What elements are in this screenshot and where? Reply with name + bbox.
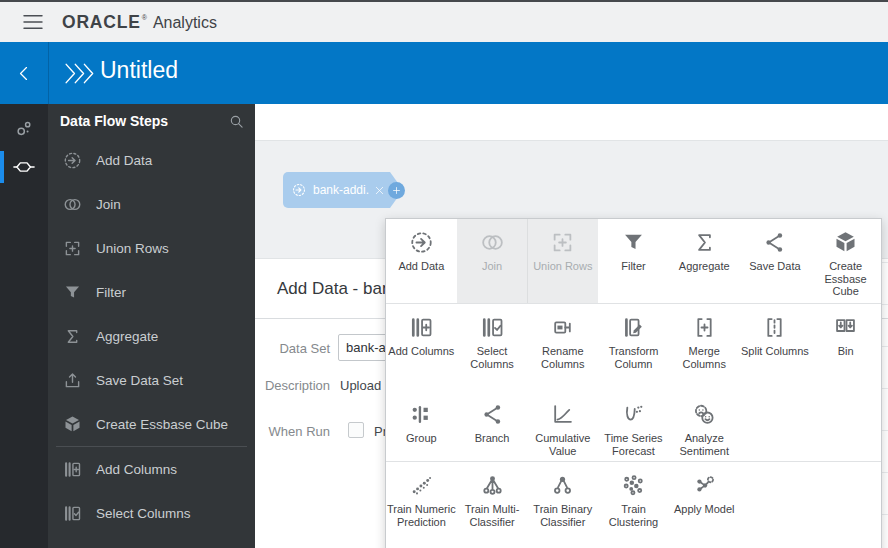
step-menu-item-label: Analyze Sentiment: [669, 432, 740, 457]
union-rows-icon: [549, 229, 576, 256]
node-cluster-icon: [13, 118, 35, 140]
aggregate-icon: [691, 229, 718, 256]
sidebar-item-rename-columns[interactable]: Rename Columns: [48, 535, 255, 548]
add-data-icon: [291, 182, 307, 198]
essbase-cube-icon: [832, 229, 859, 256]
hamburger-menu-icon[interactable]: [22, 13, 44, 31]
step-menu-row-3: GroupBranchCumulative ValueTime Series F…: [386, 391, 881, 461]
flow-node-bank-addi[interactable]: bank-addi.: [283, 172, 403, 208]
train-clustering-icon: [620, 472, 647, 499]
oracle-analytics-logo: ORACLE ® Analytics: [62, 12, 217, 33]
union-rows-icon: [62, 238, 83, 259]
step-menu-item-split-columns[interactable]: Split Columns: [740, 304, 811, 391]
titlebar-divider: [48, 42, 49, 104]
train-numeric-icon: [408, 472, 435, 499]
step-menu-item-label: Add Data: [397, 260, 445, 273]
step-menu-item-label: Transform Column: [598, 345, 669, 370]
select-columns-icon: [62, 503, 83, 524]
brand-text: ORACLE: [62, 12, 141, 33]
step-menu-item-bin[interactable]: Bin: [810, 304, 881, 391]
sidebar-item-join[interactable]: Join: [48, 182, 255, 226]
step-menu-item-label: Cumulative Value: [527, 432, 598, 457]
step-menu-item-label: Add Columns: [387, 345, 455, 358]
train-multi-icon: [479, 472, 506, 499]
sidebar-item-union-rows[interactable]: Union Rows: [48, 226, 255, 270]
step-menu-item-filter[interactable]: Filter: [598, 219, 669, 303]
sidebar-item-aggregate[interactable]: Aggregate: [48, 314, 255, 358]
document-titlebar: Untitled: [0, 42, 888, 104]
add-data-icon: [62, 150, 83, 171]
remove-node-button[interactable]: [370, 185, 389, 196]
sidebar-item-select-columns[interactable]: Select Columns: [48, 491, 255, 535]
description-label: Description: [255, 378, 330, 393]
step-menu-item-label: Train Numeric Prediction: [386, 503, 457, 528]
app-topbar: ORACLE ® Analytics: [0, 2, 888, 42]
share-icon: [761, 229, 788, 256]
data-set-label: Data Set: [255, 341, 330, 356]
step-menu-item-train-numeric-prediction[interactable]: Train Numeric Prediction: [386, 462, 457, 548]
step-menu-item-merge-columns[interactable]: Merge Columns: [669, 304, 740, 391]
sidebar-item-add-data[interactable]: Add Data: [48, 138, 255, 182]
step-menu-item-add-data[interactable]: Add Data: [386, 219, 457, 303]
step-menu-item-train-clustering[interactable]: Train Clustering: [598, 462, 669, 548]
step-menu-item-union-rows: Union Rows: [527, 219, 598, 303]
sentiment-icon: [691, 401, 718, 428]
aggregate-icon: [62, 326, 83, 347]
search-icon[interactable]: [228, 113, 245, 130]
sidebar-item-add-columns[interactable]: Add Columns: [48, 447, 255, 491]
cumulative-value-icon: [549, 401, 576, 428]
step-menu-item-select-columns[interactable]: Select Columns: [457, 304, 528, 391]
data-flow-chevrons-icon: [63, 61, 94, 86]
add-step-button[interactable]: [388, 182, 405, 199]
sidebar-item-create-essbase-cube[interactable]: Create Essbase Cube: [48, 402, 255, 446]
sidebar-item-label: Filter: [96, 285, 126, 300]
step-menu-item-group[interactable]: Group: [386, 391, 457, 461]
step-menu-item-apply-model[interactable]: Apply Model: [669, 462, 740, 548]
step-menu-item-label: Bin: [837, 345, 855, 358]
step-menu-item-join: Join: [457, 219, 528, 303]
sidebar-item-filter[interactable]: Filter: [48, 270, 255, 314]
step-menu-item-train-binary-classifier[interactable]: Train Binary Classifier: [527, 462, 598, 548]
filter-icon: [620, 229, 647, 256]
step-menu-item-analyze-sentiment[interactable]: Analyze Sentiment: [669, 391, 740, 461]
sidebar-step-list: Add DataJoinUnion RowsFilterAggregateSav…: [48, 138, 255, 548]
data-flow-steps-sidebar: Data Flow Steps Add DataJoinUnion RowsFi…: [48, 104, 255, 548]
sidebar-item-save-data-set[interactable]: Save Data Set: [48, 358, 255, 402]
back-button[interactable]: [0, 42, 48, 104]
step-menu-row-2: Add ColumnsSelect ColumnsRename ColumnsT…: [386, 304, 881, 391]
save-data-set-icon: [62, 370, 83, 391]
step-menu-item-time-series-forecast[interactable]: Time Series Forecast: [598, 391, 669, 461]
step-menu-item-label: Merge Columns: [669, 345, 740, 370]
rail-item-data-flow[interactable]: [0, 148, 48, 186]
step-menu-item-label: Group: [405, 432, 438, 445]
step-menu-item-label: Branch: [474, 432, 511, 445]
when-run-checkbox[interactable]: [348, 422, 364, 438]
time-series-icon: [620, 401, 647, 428]
brand-registered-mark: ®: [142, 14, 147, 21]
step-menu-item-save-data[interactable]: Save Data: [740, 219, 811, 303]
add-columns-icon: [62, 459, 83, 480]
step-menu-item-label: Train Multi-Classifier: [457, 503, 528, 528]
step-menu-item-branch[interactable]: Branch: [457, 391, 528, 461]
product-name: Analytics: [153, 14, 217, 32]
step-menu-item-aggregate[interactable]: Aggregate: [669, 219, 740, 303]
group-icon: [408, 401, 435, 428]
plus-icon: [391, 185, 402, 196]
step-menu-item-label: Train Clustering: [598, 503, 669, 528]
step-menu-item-transform-column[interactable]: Transform Column: [598, 304, 669, 391]
step-menu-item-rename-columns[interactable]: Rename Columns: [527, 304, 598, 391]
step-menu-row-1: Add DataJoinUnion RowsFilterAggregateSav…: [386, 219, 881, 303]
add-data-icon: [408, 229, 435, 256]
train-binary-icon: [549, 472, 576, 499]
step-menu-item-label: Select Columns: [457, 345, 528, 370]
step-menu-item-train-multi-classifier[interactable]: Train Multi-Classifier: [457, 462, 528, 548]
step-menu-item-cumulative-value[interactable]: Cumulative Value: [527, 391, 598, 461]
close-icon: [374, 185, 385, 196]
flow-node-label: bank-addi.: [313, 183, 369, 197]
step-menu-row-4: Train Numeric PredictionTrain Multi-Clas…: [386, 462, 881, 548]
join-icon: [479, 229, 506, 256]
step-menu-item-add-columns[interactable]: Add Columns: [386, 304, 457, 391]
step-menu-item-create-essbase-cube[interactable]: Create Essbase Cube: [810, 219, 881, 303]
select-columns-icon: [479, 314, 506, 341]
rail-item-node-cluster[interactable]: [0, 110, 48, 148]
